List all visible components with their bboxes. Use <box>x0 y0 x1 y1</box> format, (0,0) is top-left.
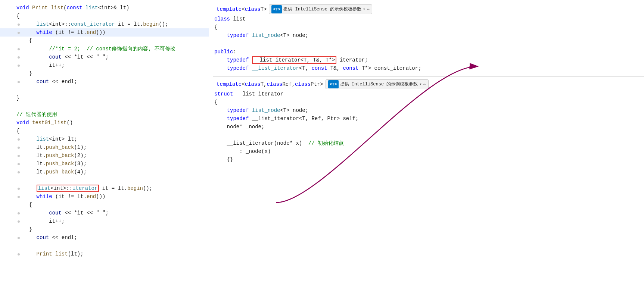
line-indent-marker <box>15 253 22 255</box>
dot-marker <box>18 253 20 255</box>
code-line <box>213 40 644 48</box>
badge-dropdown-icon[interactable]: ▾ <box>363 5 365 13</box>
type: list_node <box>252 32 280 38</box>
fn-name: end <box>87 29 96 35</box>
line-content: while (it != lt.end()) <box>22 192 209 201</box>
dot-marker <box>18 171 20 173</box>
dot-marker <box>18 155 20 157</box>
line-indent-marker <box>15 237 22 239</box>
code-line <box>213 131 644 139</box>
line-indent-marker <box>15 171 22 173</box>
line-content: typedef list_node<T> node; <box>213 106 644 115</box>
dot-marker <box>18 32 20 34</box>
comment: //*it = 2; // const修饰指向的内容, 不可修改 <box>49 46 175 52</box>
type: __list_iterator <box>252 65 299 71</box>
line-indent-marker <box>15 56 22 59</box>
intellisense-badge-2[interactable]: <T> 提供 IntelliSense 的示例模板参数 ▾ ✏ <box>326 79 429 89</box>
type: list <box>85 5 98 11</box>
line-content: while (it != lt.end()) <box>22 28 209 37</box>
code-line: while (it != lt.end()) <box>0 192 209 201</box>
line-content <box>213 40 644 48</box>
line-content: // 迭代器的使用 <box>15 110 209 119</box>
line-indent-marker <box>15 212 22 214</box>
intellisense-label-2: 提供 IntelliSense 的示例模板参数 <box>340 80 418 88</box>
badge-edit-icon-2[interactable]: ✏ <box>423 80 426 88</box>
line-indent-marker <box>15 81 22 83</box>
line-content: { <box>15 12 209 20</box>
line-content: void test01_list() <box>15 119 209 127</box>
fn-name: begin <box>127 185 143 191</box>
keyword: class <box>245 80 261 88</box>
line-content: typedef __list_iterator<T, Ref, Ptr> sel… <box>213 115 644 123</box>
left-pane: void Print_list(const list<int>& lt) { l… <box>0 0 209 301</box>
plain: Ptr> <box>311 80 323 88</box>
code-line: cout << endl; <box>0 78 209 86</box>
code-line: {} <box>213 156 644 164</box>
keyword: public <box>214 49 233 55</box>
plain: < <box>242 5 245 13</box>
line-indent-marker <box>15 23 22 26</box>
type: list <box>37 136 49 142</box>
line-content: struct __list_iterator <box>213 90 644 98</box>
line-content: cout << *it << " "; <box>22 209 209 217</box>
line-content: node* _node; <box>213 123 644 131</box>
code-line: it++; <box>0 61 209 69</box>
badge-dropdown-icon-2[interactable]: ▾ <box>419 80 422 88</box>
code-line: } <box>0 94 209 102</box>
line-content: __list_iterator(node* x) // 初始化结点 <box>213 139 644 147</box>
fn-name: Print_list <box>37 251 68 257</box>
code-line: //*it = 2; // const修饰指向的内容, 不可修改 <box>0 45 209 53</box>
code-line <box>0 86 209 94</box>
code-line: { <box>213 98 644 106</box>
plain: Ref, <box>282 80 295 88</box>
keyword: template <box>217 80 242 88</box>
code-line: it++; <box>0 217 209 225</box>
keyword: while <box>37 29 52 35</box>
code-line-redbox: list<int>::iterator it = lt.begin(); <box>0 184 209 192</box>
intellisense-badge-1[interactable]: <T> 提供 IntelliSense 的示例模板参数 ▾ ✏ <box>269 4 372 14</box>
line-content: typedef __list_iterator<T, const T&, con… <box>213 64 644 72</box>
line-content: : _node(x) <box>213 147 644 156</box>
badge-edit-icon[interactable]: ✏ <box>367 5 370 13</box>
code-line: cout << endl; <box>0 233 209 242</box>
dot-marker <box>18 220 20 223</box>
line-content: list<int> lt; <box>22 135 209 143</box>
line-content: //*it = 2; // const修饰指向的内容, 不可修改 <box>22 45 209 53</box>
line-content: {} <box>213 156 644 164</box>
dot-marker <box>18 65 20 67</box>
code-line: cout << *it << " "; <box>0 53 209 61</box>
keyword: typedef <box>227 65 249 71</box>
line-content: Print_list(lt); <box>22 250 209 258</box>
keyword: class <box>267 80 282 88</box>
dot-marker <box>18 237 20 239</box>
line-content: lt.push_back(4); <box>22 168 209 176</box>
line-indent-marker <box>15 147 22 149</box>
line-indent-marker <box>15 220 22 223</box>
code-line: __list_iterator(node* x) // 初始化结点 <box>213 139 644 147</box>
line-indent-marker <box>15 48 22 50</box>
dot-marker <box>18 23 20 26</box>
keyword: typedef <box>227 107 249 113</box>
dot-marker <box>18 188 20 190</box>
keyword: void <box>16 120 29 126</box>
line-content: list<int>::const_iterator it = lt.begin(… <box>22 20 209 28</box>
code-line: typedef list_node<T> node; <box>213 106 644 115</box>
dot-marker <box>18 48 20 50</box>
line-content: { <box>15 201 209 209</box>
line-indent-marker <box>15 138 22 141</box>
code-line: lt.push_back(1); <box>0 143 209 151</box>
line-content: cout << endl; <box>22 78 209 86</box>
plain: < <box>242 80 245 88</box>
keyword: class <box>245 5 261 13</box>
code-line: typedef list_node<T> node; <box>213 31 644 40</box>
fn-name: end <box>87 194 96 200</box>
line-indent-marker <box>15 155 22 157</box>
fn-name: begin <box>143 21 159 27</box>
code-line: typedef __list_iterator<T, Ref, Ptr> sel… <box>213 115 644 123</box>
code-line: lt.push_back(4); <box>0 168 209 176</box>
keyword: typedef <box>227 32 249 38</box>
identifier: cout <box>37 79 49 85</box>
line-content: it++; <box>22 61 209 69</box>
line-content: } <box>15 225 209 233</box>
type: list <box>37 21 49 27</box>
